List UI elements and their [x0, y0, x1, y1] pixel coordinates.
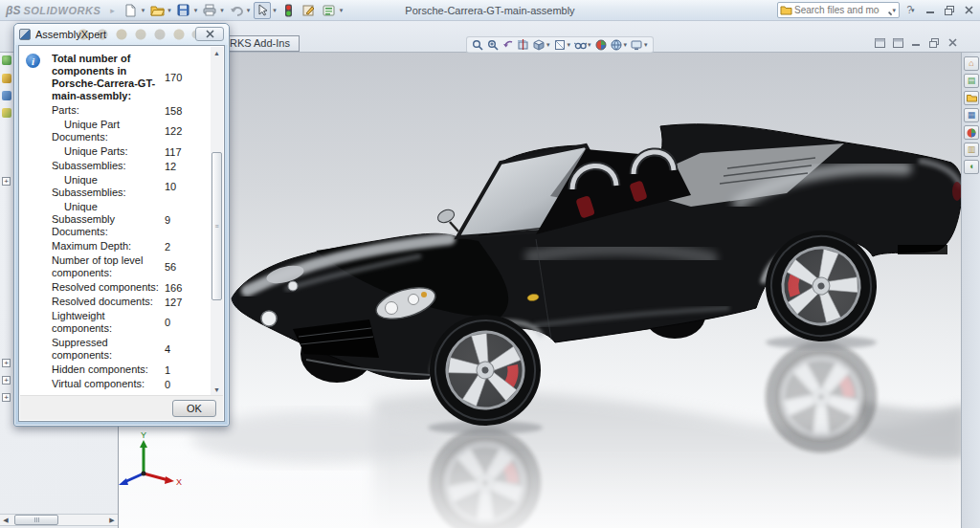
view-orientation-icon[interactable] [532, 38, 546, 52]
tree-expand-box[interactable]: + [2, 376, 11, 385]
solidworks-logo: βS SOLIDWORKS [6, 4, 100, 17]
scroll-down-arrow[interactable]: ▼ [211, 384, 223, 395]
view-palette-icon[interactable]: ▦ [964, 108, 979, 122]
dialog-title-bar[interactable]: AssemblyXpert [14, 24, 229, 45]
scroll-up-arrow[interactable]: ▲ [211, 47, 223, 58]
scroll-track[interactable] [11, 515, 106, 525]
select-dropdown-caret[interactable]: ▾ [273, 7, 277, 14]
stat-value: 9 [165, 214, 170, 226]
display-style-caret[interactable]: ▾ [568, 41, 571, 49]
stat-value: 10 [165, 181, 176, 192]
task-pane-strip: ⌂ ▤ ▦ ▥ ◖ [961, 53, 980, 528]
zoom-to-area-icon[interactable] [486, 38, 500, 52]
previous-view-icon[interactable] [501, 38, 515, 52]
search-folder-icon [780, 5, 792, 15]
doc-window-icon-1[interactable] [873, 36, 886, 49]
stat-value: 158 [165, 105, 182, 117]
doc-restore-button[interactable] [927, 36, 941, 49]
dialog-scroll-thumb[interactable]: ≡ [212, 152, 222, 300]
stat-row: Resolved documents:127 [52, 295, 209, 309]
doc-close-button[interactable] [946, 36, 959, 49]
filter-icon [2, 91, 11, 100]
rebuild-button[interactable] [280, 2, 298, 19]
stat-row: Unique Part Documents:122 [52, 118, 209, 144]
stat-value: 4 [165, 343, 170, 355]
graphics-viewport[interactable]: Y X Z [119, 53, 961, 528]
edit-appearance-icon[interactable] [594, 38, 608, 52]
hide-show-caret[interactable]: ▾ [588, 41, 591, 49]
zoom-to-fit-icon[interactable] [471, 38, 484, 52]
view-orientation-caret[interactable]: ▾ [546, 41, 550, 49]
stat-value: 122 [165, 125, 182, 137]
apply-scene-icon[interactable] [610, 38, 623, 52]
close-button[interactable] [961, 4, 976, 17]
featuremanager-tree: + + + + [0, 53, 13, 473]
stat-label: Hidden components: [52, 363, 159, 376]
print-button[interactable] [201, 2, 218, 19]
stat-row: Subassemblies:12 [52, 159, 209, 173]
section-view-icon[interactable] [517, 38, 530, 52]
stat-row: Unique Parts:117 [52, 144, 209, 159]
stat-label: Lightweight components: [52, 310, 159, 335]
appearances-scenes-icon[interactable] [964, 125, 979, 140]
file-explorer-icon[interactable] [964, 91, 979, 105]
solidworks-forum-icon[interactable]: ◖ [964, 160, 979, 174]
stat-value: 1 [165, 364, 170, 376]
doc-window-icon-2[interactable] [891, 36, 904, 49]
triad-x-label: X [176, 477, 182, 487]
tree-expand-box[interactable]: + [2, 359, 11, 367]
scroll-left-arrow[interactable]: ◀ [0, 515, 11, 525]
search-box[interactable]: ▾ [777, 2, 900, 18]
stat-row: Number of top level components:56 [52, 253, 209, 280]
ok-button[interactable]: OK [172, 400, 216, 417]
brand-text: SOLIDWORKS [23, 5, 100, 16]
new-dropdown-caret[interactable]: ▾ [142, 7, 145, 14]
print-dropdown-caret[interactable]: ▾ [220, 7, 224, 14]
scroll-thumb[interactable] [14, 515, 58, 525]
stat-row: Hidden components:1 [52, 363, 209, 377]
new-document-button[interactable] [122, 2, 140, 19]
undo-button[interactable] [228, 2, 245, 19]
open-dropdown-caret[interactable]: ▾ [167, 7, 171, 14]
view-settings-caret[interactable]: ▾ [644, 41, 648, 49]
help-button[interactable]: ?▾ [903, 4, 919, 17]
tree-expand-box[interactable]: + [2, 393, 11, 402]
stat-value: 2 [165, 241, 170, 253]
stat-row: Unique Subassembly Documents:9 [52, 200, 209, 239]
solidworks-resources-icon[interactable]: ⌂ [964, 56, 979, 71]
dialog-title: AssemblyXpert [35, 29, 106, 40]
custom-properties-icon[interactable]: ▥ [964, 143, 979, 157]
stat-label: Resolved components: [52, 281, 159, 294]
stat-label: Total number of components in Porsche-Ca… [52, 53, 159, 102]
scroll-right-arrow[interactable]: ▶ [106, 515, 118, 525]
dialog-close-button[interactable] [195, 27, 224, 41]
minimize-button[interactable] [923, 4, 938, 17]
undo-dropdown-caret[interactable]: ▾ [247, 7, 251, 14]
brand-prefix: βS [6, 4, 20, 17]
file-properties-button[interactable] [301, 2, 318, 19]
save-dropdown-caret[interactable]: ▾ [194, 7, 198, 14]
options-button[interactable] [321, 2, 338, 19]
stat-row: Resolved components:166 [52, 280, 209, 295]
doc-minimize-button[interactable] [909, 36, 923, 49]
hide-show-items-icon[interactable] [573, 38, 587, 52]
options-dropdown-caret[interactable]: ▾ [340, 7, 344, 14]
display-style-icon[interactable] [553, 38, 567, 52]
toolbar-divider: ▸ [110, 6, 115, 15]
dialog-body: i Total number of components in Porsche-… [18, 45, 225, 422]
view-settings-icon[interactable] [630, 38, 643, 52]
stat-row: Lightweight components:0 [52, 309, 209, 336]
search-dropdown-caret[interactable]: ▾ [892, 7, 896, 14]
design-library-icon[interactable]: ▤ [964, 74, 979, 88]
open-button[interactable] [148, 2, 166, 19]
stat-label: Parts: [52, 104, 159, 117]
save-button[interactable] [175, 2, 192, 19]
restore-button[interactable] [942, 4, 957, 17]
select-tool-button[interactable] [254, 2, 271, 19]
search-input[interactable] [792, 4, 881, 16]
tree-expand-box[interactable]: + [2, 177, 11, 186]
dialog-stats-list: Total number of components in Porsche-Ca… [52, 52, 209, 394]
assemblyxpert-icon [19, 29, 31, 40]
apply-scene-caret[interactable]: ▾ [624, 41, 628, 49]
stat-label: Maximum Depth: [52, 240, 159, 253]
